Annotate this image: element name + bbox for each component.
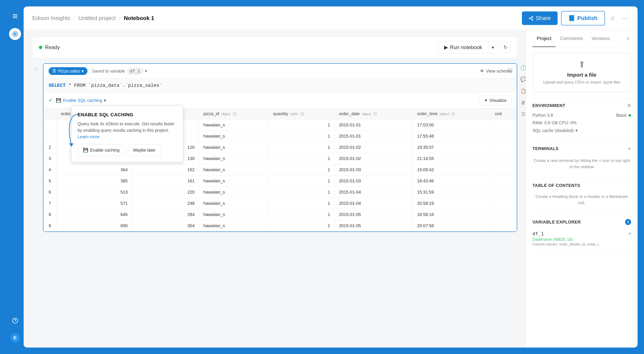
col-order-date: order_date object ⊟: [334, 108, 413, 119]
environment-title: ENVIRONMENT: [532, 103, 565, 108]
variable-type: DataFrame (48620, 15): [532, 237, 631, 242]
caching-popup: ENABLE SQL CACHING Query took 4s 428ms t…: [71, 106, 183, 162]
publish-button[interactable]: 📘 Publish: [561, 11, 605, 25]
terminals-section: TERMINALS + Create a new terminal by hit…: [532, 145, 631, 172]
notebook-cell: 🗄 Pizza sales ▾ Saved to variable df_1 ▾…: [43, 63, 517, 232]
python-status: Basic: [616, 113, 631, 118]
sql-cache-chevron: ▾: [576, 128, 578, 133]
table-row: 9 690 304 hawaiian_s 1 2015-01-05 20:07:…: [44, 220, 517, 232]
breadcrumb-notebook: Notebook 1: [124, 15, 154, 22]
table-row: 8 645 284 hawaiian_s 1 2015-01-05 16:58:…: [44, 209, 517, 220]
environment-settings-icon[interactable]: ⚙: [627, 103, 631, 108]
table-row: 6 513 220 hawaiian_s 1 2015-01-04 15:31:…: [44, 187, 517, 198]
cell-tools: 🕐 💬 📋 🗑 ☰: [519, 63, 526, 119]
sidebar-collapse-icon[interactable]: ≡: [625, 35, 631, 43]
popup-desc: Query took 4s 428ms to execute. Get resu…: [78, 121, 177, 140]
table-row: 5 385 161 hawaiian_s 1 2015-01-03 16:43:…: [44, 175, 517, 187]
toc-section: TABLE OF CONTENTS Create a Heading block…: [532, 183, 631, 208]
environment-section: ENVIRONMENT ⚙ Python 3.9 Basic RAM: 0.6 …: [532, 103, 631, 134]
eye-icon: 👁: [480, 69, 484, 74]
import-desc: Upload and query CSVs or import .ipynb f…: [537, 80, 626, 85]
publish-label: Publish: [577, 15, 598, 22]
visualize-icon: ✦: [484, 98, 488, 103]
cell-table-icon[interactable]: 📋: [519, 87, 526, 96]
import-title: Import a file: [537, 72, 626, 78]
svg-point-3: [14, 33, 16, 35]
drag-handle-icon[interactable]: ⠿: [34, 67, 38, 72]
cell-time-icon[interactable]: 🕐: [519, 63, 526, 72]
popup-title: ENABLE SQL CACHING: [78, 112, 177, 118]
col-quantity: quantity int64 ⊟: [269, 108, 335, 119]
cache-label: 💾 Enable SQL caching ▾: [56, 98, 106, 103]
variable-explorer-section: VARIABLE EXPLORER 1 df_1 ↗ DataFrame (48…: [532, 219, 631, 249]
variable-cols: Column names: order_details_id, order_i.…: [532, 242, 631, 247]
help-icon[interactable]: [10, 315, 20, 326]
svg-line-9: [530, 19, 532, 19]
svg-point-8: [532, 19, 533, 20]
breadcrumb-project[interactable]: Untitled project: [78, 15, 116, 22]
col-rownum: [44, 108, 56, 119]
python-label: Python 3.9: [532, 113, 553, 118]
view-schema-button[interactable]: 👁 View schema: [480, 69, 512, 74]
sql-keyword: SELECT: [48, 83, 66, 88]
share-button[interactable]: Share: [522, 12, 557, 25]
python-status-dot: [628, 114, 631, 117]
breadcrumb-sep-2: /: [119, 16, 120, 21]
refresh-button[interactable]: ↻: [500, 41, 510, 53]
enable-cache-label: Enable caching: [90, 148, 120, 153]
saved-to-label: Saved to variable: [92, 69, 125, 74]
more-options-button[interactable]: ···: [620, 13, 629, 24]
cell-saved-info: Saved to variable df_1 ▾: [92, 68, 147, 75]
run-notebook-button[interactable]: ▶ Run notebook: [438, 41, 488, 54]
breadcrumb-edison[interactable]: Edison Insights: [32, 15, 70, 22]
variable-name-display: df_1: [532, 231, 544, 236]
tab-comments[interactable]: Comments: [556, 31, 587, 47]
import-section: ⬆ Import a file Upload and query CSVs or…: [532, 53, 631, 92]
terminals-desc: Create a new terminal by hitting the + i…: [532, 155, 631, 172]
import-icon: ⬆: [537, 59, 626, 69]
app-logo[interactable]: [9, 28, 21, 40]
variable-count-badge: 1: [625, 219, 631, 225]
cell-source-label: Pizza sales: [58, 69, 80, 74]
enable-caching-button[interactable]: 💾 Enable caching: [78, 144, 125, 156]
learn-more-link[interactable]: Learn more: [78, 134, 100, 139]
run-label: Run notebook: [450, 44, 482, 50]
cache-btn-icon: 💾: [83, 147, 88, 153]
terminals-add-icon[interactable]: +: [628, 145, 631, 152]
variable-row: df_1 ↗ DataFrame (48620, 15) Column name…: [532, 229, 631, 249]
share-label: Share: [536, 15, 550, 22]
cache-chevron: ▾: [104, 98, 106, 103]
status-bar: Ready ▶ Run notebook ▾ ↻: [32, 37, 517, 58]
col-unit: unit: [490, 108, 517, 119]
ram-cpu-label: RAM: 0.6 GB CPU: 0%: [532, 120, 577, 125]
star-button[interactable]: ☆: [608, 13, 617, 24]
tab-versions[interactable]: Versions: [587, 31, 614, 47]
user-icon[interactable]: E: [10, 332, 20, 343]
variable-chevron: ▾: [145, 69, 147, 74]
status-dot: [39, 46, 42, 49]
svg-point-7: [530, 18, 531, 19]
run-icon: ▶: [444, 44, 448, 50]
tab-project[interactable]: Project: [532, 31, 556, 47]
cell-menu-icon[interactable]: ☰: [519, 110, 526, 119]
visualize-button[interactable]: ✦ Visualize: [479, 95, 512, 105]
breadcrumb-sep-1: /: [74, 16, 75, 21]
toc-title: TABLE OF CONTENTS: [532, 183, 580, 188]
variable-link-icon[interactable]: ↗: [628, 232, 631, 236]
cache-label-text[interactable]: Enable SQL caching: [63, 98, 102, 103]
cell-delete-icon[interactable]: 🗑: [519, 98, 526, 107]
table-row: 7 571 248 hawaiian_s 1 2015-01-04 20:58:…: [44, 198, 517, 209]
run-chevron-button[interactable]: ▾: [488, 41, 498, 54]
sql-code[interactable]: SELECT * FROM `pizza_data`.`pizza_sales`: [44, 79, 517, 93]
sidebar-tabs: Project Comments Versions ≡: [526, 30, 638, 47]
breadcrumb: Edison Insights / Untitled project / Not…: [32, 15, 154, 22]
table-row: 4 364 152 hawaiian_s 1 2015-01-03 15:09:…: [44, 164, 517, 175]
cell-comment-icon[interactable]: 💬: [519, 75, 526, 84]
menu-icon[interactable]: [10, 11, 20, 22]
sql-cache-label: SQL cache (disabled) ▾: [532, 128, 578, 133]
maybe-later-button[interactable]: Maybe later: [128, 144, 161, 156]
sql-rest: * FROM `pizza_data`.`pizza_sales`: [66, 83, 162, 88]
cell-source-badge[interactable]: 🗄 Pizza sales ▾: [48, 67, 88, 75]
toc-desc: Create a Heading block or a header in a …: [532, 192, 631, 208]
variable-explorer-title: VARIABLE EXPLORER: [532, 220, 581, 225]
